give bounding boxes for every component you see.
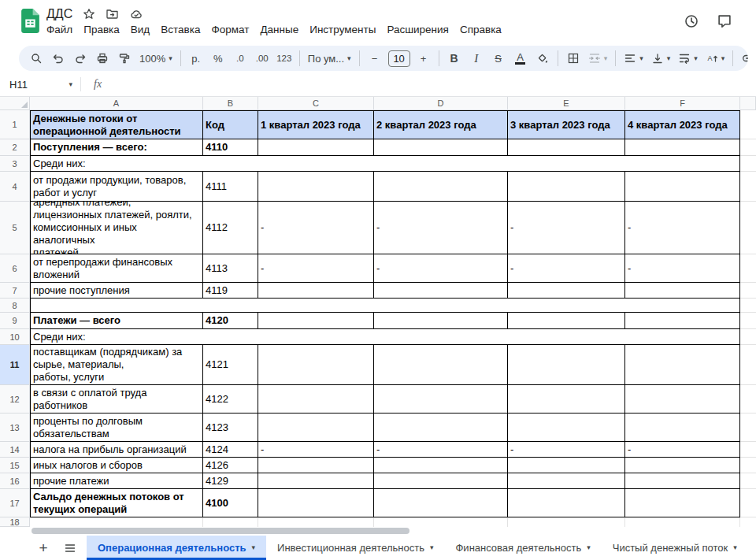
italic-button[interactable]: I <box>465 49 487 68</box>
row-header-15[interactable]: 15 <box>0 458 30 473</box>
cell-D9[interactable] <box>374 313 508 329</box>
cell-D2[interactable] <box>374 139 508 156</box>
document-title[interactable]: ДДС <box>46 7 72 21</box>
cell-B5[interactable]: 4112 <box>203 202 258 254</box>
tab-net-cash-flow[interactable]: Чистый денежный поток ▾ <box>602 536 748 560</box>
version-history-icon[interactable] <box>684 13 699 29</box>
cell-C17[interactable] <box>258 489 374 517</box>
font-size-input[interactable]: 10 <box>388 50 410 67</box>
text-rotation-button[interactable]: A ▾ <box>702 49 729 68</box>
star-icon[interactable] <box>83 8 95 20</box>
row-header-9[interactable]: 9 <box>0 313 30 329</box>
row-header-5[interactable]: 5 <box>0 202 30 254</box>
cell-D1[interactable]: 2 квартал 2023 года <box>374 110 508 139</box>
row-header-12[interactable]: 12 <box>0 385 30 414</box>
row-header-14[interactable]: 14 <box>0 442 30 458</box>
cell-E18[interactable] <box>508 517 625 527</box>
cell-C11[interactable] <box>258 345 374 385</box>
tab-operational-activity[interactable]: Операционная деятельность ▾ <box>87 536 266 560</box>
cell-B6[interactable]: 4113 <box>203 254 258 283</box>
cell-F7[interactable] <box>625 283 740 299</box>
cell-C8[interactable] <box>258 299 374 313</box>
cell-A5[interactable]: арендных платежей, лицензионных платежей… <box>30 202 203 254</box>
cell-C18[interactable] <box>258 517 374 527</box>
cell-A16[interactable]: прочие платежи <box>30 473 203 489</box>
cell-C15[interactable] <box>258 458 374 473</box>
tab-investing-activity[interactable]: Инвестиционная деятельность ▾ <box>266 536 444 560</box>
cell-D4[interactable] <box>374 172 508 202</box>
menu-view[interactable]: Вид <box>125 22 155 37</box>
cell-F13[interactable] <box>625 414 740 442</box>
cell-B7[interactable]: 4119 <box>203 283 258 299</box>
cell-E12[interactable] <box>508 385 625 414</box>
select-all-corner[interactable] <box>0 97 30 110</box>
row-header-10[interactable]: 10 <box>0 329 30 345</box>
text-color-button[interactable]: A <box>510 49 532 68</box>
cell-C3[interactable] <box>258 156 374 172</box>
insert-link-icon[interactable] <box>737 49 748 68</box>
cell-D14[interactable]: - <box>374 442 508 458</box>
format-percent-button[interactable]: % <box>207 49 229 68</box>
formula-input[interactable] <box>102 72 756 96</box>
cell-D15[interactable] <box>374 458 508 473</box>
cell-F3[interactable] <box>625 156 740 172</box>
cell-E10[interactable] <box>508 329 625 345</box>
menu-edit[interactable]: Правка <box>78 22 125 37</box>
cloud-status-icon[interactable] <box>129 8 143 20</box>
cell-A1[interactable]: Денежные потоки от операционной деятельн… <box>30 110 203 139</box>
cell-A18[interactable] <box>30 517 203 527</box>
add-sheet-button[interactable]: + <box>33 538 54 558</box>
cell-A10[interactable]: Среди них: <box>30 329 203 345</box>
cell-F12[interactable] <box>625 385 740 414</box>
column-header-C[interactable]: C <box>258 97 374 110</box>
cell-B18[interactable] <box>203 517 258 527</box>
cell-A9[interactable]: Платежи — всего <box>30 313 203 329</box>
cell-A13[interactable]: проценты по долговым обязательствам <box>30 414 203 442</box>
row-header-1[interactable]: 1 <box>0 110 30 139</box>
cell-E6[interactable]: - <box>508 254 625 283</box>
cell-B1[interactable]: Код <box>203 110 258 139</box>
menu-insert[interactable]: Вставка <box>155 22 206 37</box>
cell-A7[interactable]: прочие поступления <box>30 283 203 299</box>
text-wrap-button[interactable]: ▾ <box>674 49 702 68</box>
menu-file[interactable]: Файл <box>41 22 78 37</box>
cell-C10[interactable] <box>258 329 374 345</box>
cell-D12[interactable] <box>374 385 508 414</box>
cell-E16[interactable] <box>508 473 625 489</box>
cell-D7[interactable] <box>374 283 508 299</box>
cell-F9[interactable] <box>625 313 740 329</box>
cell-E9[interactable] <box>508 313 625 329</box>
cell-A6[interactable]: от перепродажи финансовых вложений <box>30 254 203 283</box>
cell-B14[interactable]: 4124 <box>203 442 258 458</box>
cell-B4[interactable]: 4111 <box>203 172 258 202</box>
cell-E5[interactable]: - <box>508 202 625 254</box>
column-header-D[interactable]: D <box>374 97 508 110</box>
cell-B8[interactable] <box>203 299 258 313</box>
comments-icon[interactable] <box>717 13 732 29</box>
row-header-2[interactable]: 2 <box>0 139 30 156</box>
cell-A11[interactable]: поставщикам (подрядчикам) за сырье, мате… <box>30 345 203 385</box>
cell-F18[interactable] <box>625 517 740 527</box>
sheets-logo-icon[interactable] <box>21 9 39 33</box>
name-box[interactable]: H11 ▾ <box>0 79 72 91</box>
row-header-11[interactable]: 11 <box>0 345 30 385</box>
cell-C5[interactable]: - <box>258 202 374 254</box>
cell-C2[interactable] <box>258 139 374 156</box>
cell-C13[interactable] <box>258 414 374 442</box>
font-select[interactable]: По ум... ▾ <box>304 49 355 68</box>
increase-font-size-button[interactable]: + <box>413 49 435 68</box>
cell-C6[interactable]: - <box>258 254 374 283</box>
cell-D8[interactable] <box>374 299 508 313</box>
cell-B16[interactable]: 4129 <box>203 473 258 489</box>
cell-F1[interactable]: 4 квартал 2023 года <box>625 110 740 139</box>
cell-E2[interactable] <box>508 139 625 156</box>
format-currency-button[interactable]: р. <box>185 49 207 68</box>
menu-extensions[interactable]: Расширения <box>381 22 454 37</box>
all-sheets-button[interactable] <box>60 538 80 558</box>
column-header-E[interactable]: E <box>508 97 625 110</box>
horizontal-align-button[interactable]: ▾ <box>620 49 647 68</box>
cell-D10[interactable] <box>374 329 508 345</box>
cell-D11[interactable] <box>374 345 508 385</box>
cell-D5[interactable]: - <box>374 202 508 254</box>
horizontal-scrollbar-thumb[interactable] <box>32 528 410 534</box>
